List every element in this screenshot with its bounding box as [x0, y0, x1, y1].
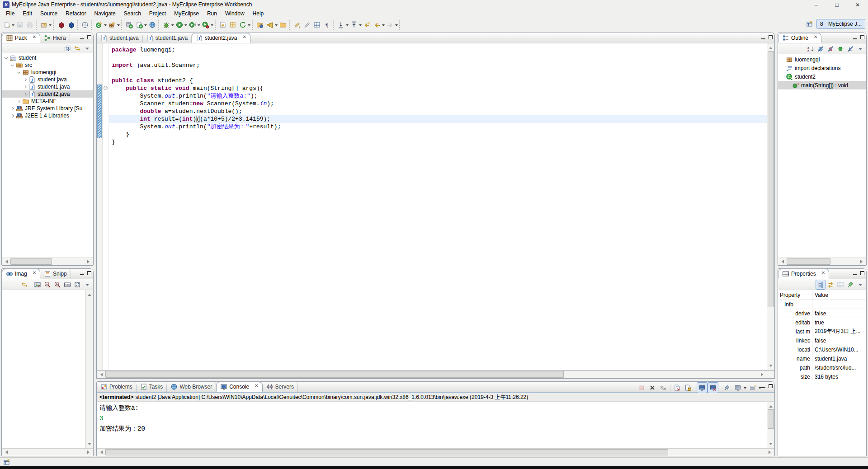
scroll-up-icon[interactable] [86, 290, 94, 297]
minimize-view-icon[interactable] [80, 271, 84, 275]
scroll-right-icon[interactable] [759, 371, 767, 378]
package-explorer-item-student[interactable]: student [2, 54, 93, 61]
run-jsp-button[interactable] [134, 20, 144, 30]
console-tab-tasks[interactable]: Tasks [137, 382, 167, 392]
expand-arrow-icon[interactable] [24, 78, 27, 81]
scroll-track[interactable] [9, 258, 85, 265]
zoom-in-button[interactable] [53, 280, 62, 289]
new-web-project-button[interactable] [39, 20, 49, 30]
search-button[interactable] [265, 20, 275, 30]
package-explorer-item-meta-inf[interactable]: META-INF [2, 98, 93, 105]
expand-arrow-icon[interactable] [17, 99, 20, 103]
close-tab-icon[interactable]: ✕ [30, 34, 36, 42]
new-table-button[interactable] [228, 20, 238, 30]
restore-default-button[interactable] [836, 280, 845, 289]
menu-help[interactable]: Help [249, 9, 268, 18]
outline-hscrollbar[interactable] [778, 258, 866, 265]
image-mode-button[interactable] [33, 280, 42, 289]
new-wizard-button[interactable] [2, 20, 12, 30]
package-explorer-tab-hiera[interactable]: Hiera [40, 33, 70, 43]
scroll-right-icon[interactable] [85, 258, 93, 265]
scroll-right-icon[interactable] [859, 258, 866, 265]
scroll-track[interactable] [104, 371, 759, 378]
editor-tab-student-java[interactable]: Jstudent.java [97, 33, 143, 43]
debug-button[interactable] [161, 20, 171, 30]
value-column-header[interactable]: Value [812, 292, 866, 298]
package-explorer-item-student1-java[interactable]: Jstudent1.java [2, 83, 93, 90]
show-stderr-button[interactable] [708, 383, 718, 393]
property-row-locati[interactable]: locatiC:\Users\WIN10... [778, 345, 866, 354]
package-explorer-item-jre-system-library-su[interactable]: JRE System Library [Su [2, 105, 93, 112]
deploy-module-button[interactable] [56, 20, 66, 30]
new-jsp-button[interactable] [218, 20, 228, 30]
open-type-button[interactable] [255, 20, 265, 30]
menu-run[interactable]: Run [203, 9, 221, 18]
minimize-view-icon[interactable] [761, 384, 765, 388]
close-button[interactable]: ✕ [847, 0, 868, 10]
link-with-editor-button[interactable] [73, 44, 82, 53]
scroll-left-icon[interactable] [2, 449, 9, 456]
run-on-server-button[interactable] [124, 20, 134, 30]
scroll-down-icon[interactable] [767, 363, 775, 370]
console-tab-servers[interactable]: Servers [263, 382, 298, 392]
run-button-dropdown-icon[interactable] [184, 24, 187, 28]
console-hscrollbar[interactable] [97, 448, 774, 456]
console-tab-web-browser[interactable]: Web Browser [167, 382, 216, 392]
run-last-button-dropdown-icon[interactable] [198, 24, 200, 28]
new-wizard-button-dropdown-icon[interactable] [12, 24, 14, 28]
editor-hscrollbar[interactable] [97, 371, 767, 378]
run-last-button[interactable] [188, 20, 198, 30]
scroll-track[interactable] [86, 297, 93, 441]
myeclipse-perspective-button[interactable]: 8 MyEclipse J... [816, 19, 865, 29]
outline-item-import-declarations[interactable]: import declarations [778, 64, 866, 72]
image-panel-tab-snipp[interactable]: Snipp [40, 269, 71, 279]
run-button[interactable] [175, 20, 184, 30]
profile-button[interactable] [201, 20, 211, 30]
menu-myeclipse[interactable]: MyEclipse [170, 9, 203, 18]
scroll-up-icon[interactable] [767, 43, 775, 51]
maximize-view-icon[interactable] [860, 35, 864, 39]
back-button[interactable] [372, 20, 382, 30]
minimize-button[interactable]: – [806, 0, 826, 10]
scroll-track[interactable] [9, 449, 85, 456]
forward-button-dropdown-icon[interactable] [395, 24, 398, 28]
package-module-button[interactable] [66, 20, 76, 30]
collapse-arrow-icon[interactable] [17, 70, 20, 73]
link-with-editor-button[interactable] [20, 280, 29, 289]
hide-non-public-members-button[interactable] [836, 44, 845, 53]
new-java-package-button-dropdown-icon[interactable] [117, 24, 120, 28]
editor-tab-student2-java[interactable]: Jstudent2.java✕ [192, 33, 250, 43]
scroll-up-icon[interactable] [767, 402, 775, 409]
refresh-button[interactable] [238, 20, 248, 30]
previous-annotation-button[interactable] [349, 20, 359, 30]
last-edit-location-button[interactable] [362, 20, 372, 30]
scroll-lock-button[interactable] [683, 383, 693, 393]
previous-annotation-button-dropdown-icon[interactable] [359, 24, 362, 28]
menu-refactor[interactable]: Refactor [61, 9, 90, 18]
editor-tab-student1-java[interactable]: Jstudent1.java [143, 33, 192, 43]
show-whitespace-button[interactable]: ¶ [322, 20, 332, 30]
menu-file[interactable]: File [2, 9, 19, 18]
zoom-out-button[interactable] [43, 280, 52, 289]
package-explorer-item-luomengqi[interactable]: luomengqi [2, 69, 93, 76]
hide-fields-button[interactable] [816, 44, 825, 53]
scroll-track[interactable] [786, 258, 859, 265]
package-explorer-item-student2-java[interactable]: Jstudent2.java [2, 90, 93, 98]
new-java-class-button[interactable]: C [94, 20, 104, 30]
outline-tab-outline[interactable]: Outline✕ [778, 33, 821, 43]
scroll-track[interactable] [104, 449, 767, 456]
console-output[interactable]: 请输入整数a:3加密结果为：20 [97, 402, 767, 448]
close-tab-icon[interactable]: ✕ [819, 270, 825, 278]
property-row-last-m[interactable]: last m2019年4月3日 上... [778, 327, 866, 336]
view-menu-button[interactable] [83, 280, 92, 289]
scroll-track[interactable] [767, 409, 774, 441]
clear-console-button[interactable] [672, 383, 682, 393]
show-advanced-button[interactable] [826, 280, 835, 289]
sort-button[interactable]: az [806, 44, 815, 53]
profile-button-dropdown-icon[interactable] [211, 24, 213, 28]
package-explorer-tab-pack[interactable]: Pack✕ [2, 33, 40, 43]
property-row-path[interactable]: path/student/src/luo... [778, 363, 866, 372]
view-menu-button[interactable] [856, 44, 865, 53]
maximize-view-icon[interactable] [769, 384, 773, 388]
debug-button-dropdown-icon[interactable] [171, 24, 174, 28]
